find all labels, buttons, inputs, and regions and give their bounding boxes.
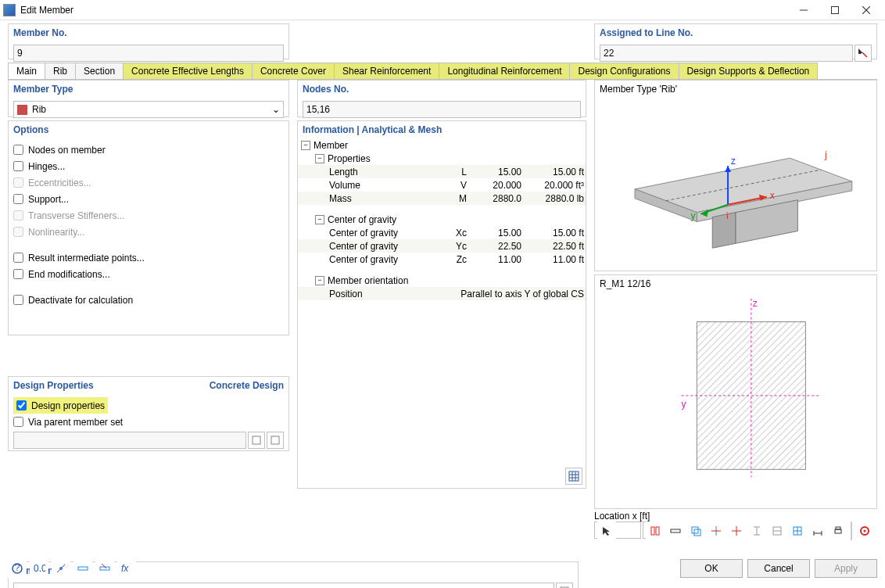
- design-props-btn1[interactable]: [248, 432, 265, 449]
- collapse-icon[interactable]: −: [315, 276, 324, 285]
- tb-copy-icon[interactable]: [686, 522, 705, 540]
- tab-longitudinal-reinforcement[interactable]: Longitudinal Reinforcement: [439, 63, 570, 79]
- comment-button[interactable]: [556, 583, 573, 588]
- pick-line-button[interactable]: [855, 45, 872, 62]
- tb-i-icon[interactable]: [747, 522, 766, 540]
- tab-concrete-cover[interactable]: Concrete Cover: [252, 63, 335, 79]
- svg-rect-1: [832, 6, 839, 13]
- chk-result-intermediate[interactable]: Result intermediate points...: [13, 249, 284, 266]
- tree-cog[interactable]: −Center of gravity: [298, 213, 586, 226]
- tb-grid2-icon[interactable]: [788, 522, 807, 540]
- svg-marker-19: [725, 166, 731, 172]
- chk-nodes-on-member[interactable]: Nodes on member: [13, 142, 284, 158]
- design-props-btn2[interactable]: [267, 432, 284, 449]
- svg-point-55: [864, 530, 866, 532]
- tb-section-icon[interactable]: [646, 522, 665, 540]
- window-title: Edit Member: [20, 5, 788, 16]
- svg-rect-5: [253, 436, 260, 444]
- svg-line-4: [862, 52, 867, 57]
- help-icon[interactable]: ?: [8, 559, 27, 578]
- tb-axes1-icon[interactable]: [707, 522, 726, 540]
- preview-3d[interactable]: z x y j i: [595, 81, 876, 271]
- collapse-icon[interactable]: −: [315, 154, 324, 163]
- preview-type-label: Member Type 'Rib': [600, 84, 677, 95]
- collapse-icon[interactable]: −: [315, 215, 324, 224]
- chk-deactivate[interactable]: Deactivate for calculation: [13, 292, 284, 308]
- svg-text:i: i: [726, 210, 729, 221]
- row-cog-y: Center of gravityYc22.5022.50 ft: [298, 239, 586, 253]
- info-label: Information | Analytical & Mesh: [298, 121, 586, 138]
- cancel-button[interactable]: Cancel: [747, 559, 810, 578]
- member-type-select[interactable]: Rib ⌄: [13, 101, 284, 118]
- concrete-design-label: Concrete Design: [210, 380, 284, 391]
- comment-input[interactable]: ⌄: [13, 583, 554, 588]
- tool5-icon[interactable]: [95, 559, 114, 578]
- tab-bar: Main Rib Section Concrete Effective Leng…: [8, 63, 877, 80]
- chk-hinges[interactable]: Hinges...: [13, 158, 284, 174]
- tab-concrete-effective-lengths[interactable]: Concrete Effective Lengths: [123, 63, 253, 79]
- tb-axes2-icon[interactable]: [727, 522, 746, 540]
- svg-text:y: y: [681, 399, 686, 410]
- chk-end-modifications[interactable]: End modifications...: [13, 266, 284, 282]
- svg-rect-36: [656, 527, 659, 535]
- tab-rib[interactable]: Rib: [45, 63, 76, 79]
- tab-section[interactable]: Section: [75, 63, 124, 79]
- chk-transverse-stiffeners: Transverse Stiffeners...: [13, 207, 284, 224]
- tool3-icon[interactable]: [52, 559, 70, 578]
- svg-rect-52: [835, 529, 841, 533]
- row-cog-x: Center of gravityXc15.0015.00 ft: [298, 226, 586, 239]
- tab-design-configurations[interactable]: Design Configurations: [569, 63, 679, 79]
- svg-rect-39: [694, 529, 700, 536]
- fx-icon[interactable]: fx: [117, 559, 136, 578]
- design-props-input[interactable]: [13, 432, 246, 449]
- svg-rect-53: [836, 527, 840, 529]
- svg-point-61: [59, 567, 63, 570]
- member-type-value: Rib: [32, 104, 46, 115]
- member-no-input[interactable]: [13, 45, 284, 62]
- options-label: Options: [9, 121, 288, 138]
- member-no-label: Member No.: [9, 24, 288, 41]
- tb-dim-icon[interactable]: [808, 522, 827, 540]
- chk-design-properties[interactable]: Design properties: [13, 397, 108, 414]
- tab-shear-reinforcement[interactable]: Shear Reinforcement: [334, 63, 439, 79]
- tb-target-icon[interactable]: [855, 522, 874, 540]
- row-volume: VolumeV20.00020.000 ft³: [298, 178, 586, 192]
- close-button[interactable]: [851, 1, 882, 20]
- bottom-bar: ? 0.00 fx OK Cancel Apply: [8, 557, 877, 580]
- info-table-button[interactable]: [565, 468, 582, 485]
- row-length: LengthL15.0015.00 ft: [298, 165, 586, 178]
- chk-support[interactable]: Support...: [13, 191, 284, 207]
- tb-print-icon[interactable]: [829, 522, 847, 540]
- svg-text:fx: fx: [121, 563, 129, 574]
- svg-rect-35: [651, 527, 654, 535]
- svg-rect-62: [78, 567, 88, 570]
- svg-rect-37: [671, 529, 680, 532]
- svg-text:y: y: [690, 210, 695, 221]
- row-position: PositionParallel to axis Y of global CS: [298, 287, 586, 300]
- svg-text:j: j: [824, 149, 827, 160]
- tb-cursor-icon[interactable]: [597, 522, 616, 540]
- tool4-icon[interactable]: [73, 559, 92, 578]
- tree-member[interactable]: −Member: [298, 138, 586, 152]
- preview-section[interactable]: z y: [595, 275, 876, 508]
- member-type-label: Member Type: [9, 81, 288, 98]
- tree-orientation[interactable]: −Member orientation: [298, 274, 586, 287]
- units-icon[interactable]: 0.00: [30, 559, 48, 578]
- minimize-button[interactable]: [788, 1, 819, 20]
- tab-main[interactable]: Main: [8, 63, 45, 79]
- maximize-button[interactable]: [819, 1, 851, 20]
- collapse-icon[interactable]: −: [301, 141, 310, 150]
- ok-button[interactable]: OK: [680, 559, 743, 578]
- design-properties-label: Design Properties Concrete Design: [9, 377, 288, 394]
- tab-design-supports-deflection[interactable]: Design Supports & Deflection: [679, 63, 819, 79]
- apply-button[interactable]: Apply: [815, 559, 877, 578]
- assigned-input[interactable]: [600, 45, 853, 62]
- tb-member-icon[interactable]: [666, 522, 685, 540]
- tb-grid1-icon[interactable]: [768, 522, 786, 540]
- svg-marker-15: [712, 213, 736, 249]
- member-type-swatch: [17, 105, 27, 115]
- nodes-no-input[interactable]: [303, 101, 581, 118]
- svg-text:z: z: [753, 298, 758, 309]
- tree-properties[interactable]: −Properties: [298, 152, 586, 165]
- chk-via-parent[interactable]: Via parent member set: [13, 414, 284, 430]
